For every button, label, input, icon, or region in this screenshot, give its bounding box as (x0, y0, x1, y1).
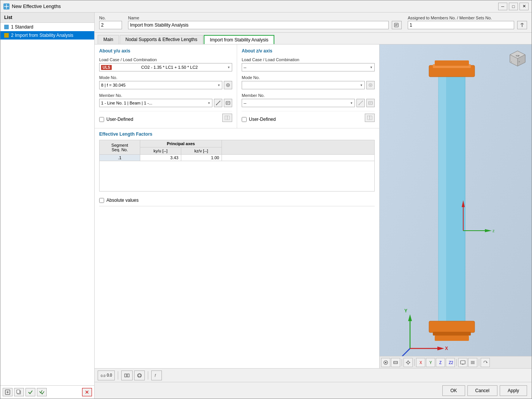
name-edit-button[interactable] (392, 21, 402, 29)
y-axis-title: About y/u axis (99, 48, 232, 54)
tab-main[interactable]: Main (98, 35, 119, 44)
view-axis-y-button[interactable]: Y (426, 358, 435, 367)
svg-rect-19 (226, 101, 230, 104)
new-item-button[interactable] (3, 388, 13, 396)
cube-nav-svg: TOP R L (508, 49, 527, 68)
list-item[interactable]: 1 Standard (0, 23, 94, 31)
right-content: No. Name Assigned to Members No. / Membe… (95, 13, 532, 399)
y-member-pick-button[interactable] (214, 99, 222, 107)
uls-badge: ULS (101, 65, 112, 70)
svg-text:Z: Z (439, 361, 442, 365)
y-axis-section: About y/u axis Load Case / Load Combinat… (95, 44, 237, 128)
maximize-button[interactable]: □ (509, 3, 518, 10)
coordinates-button[interactable]: 0.0 0.0 (98, 370, 115, 380)
svg-line-48 (391, 348, 410, 356)
z-user-defined-checkbox[interactable] (242, 117, 247, 122)
elf-col-kzv: kz/v [--] (181, 147, 222, 155)
cube-navigator[interactable]: TOP R L (508, 49, 527, 68)
svg-marker-43 (408, 314, 412, 321)
z-mode-select-button[interactable] (366, 81, 375, 89)
y-member-value: 1 - Line No. 1 | Beam | 1 -... (101, 101, 152, 105)
z-mode-dropdown[interactable]: ▼ (242, 81, 365, 89)
check2-button[interactable] (37, 388, 47, 396)
svg-text:Y: Y (404, 308, 407, 314)
view-reset-button[interactable] (481, 358, 490, 367)
svg-point-64 (385, 362, 386, 363)
assigned-edit-button[interactable] (517, 21, 527, 29)
y-member-details-button[interactable] (224, 99, 232, 107)
view-options-button[interactable] (468, 358, 477, 367)
view-settings-button[interactable] (404, 358, 413, 367)
y-mode-select-button[interactable] (224, 81, 232, 89)
assigned-input[interactable] (408, 21, 514, 29)
svg-text:X: X (445, 346, 448, 351)
svg-point-25 (370, 85, 371, 86)
y-member-label: Member No. (99, 93, 232, 98)
render-mode-button[interactable] (134, 370, 145, 380)
abs-values-label: Absolute values (106, 198, 139, 203)
assigned-label: Assigned to Members No. / Member Sets No… (408, 16, 527, 20)
formula-button[interactable]: f (151, 370, 162, 380)
svg-text:z: z (492, 228, 495, 233)
list-header: List (0, 13, 94, 23)
z-member-pick-button[interactable] (356, 99, 365, 107)
view-axis-z-button[interactable]: Z (436, 358, 445, 367)
elf-section: Effective Length Factors SegmentSeq. No.… (95, 128, 379, 195)
y-member-dropdown[interactable]: 1 - Line No. 1 | Beam | 1 -... ▼ (99, 99, 212, 107)
view-axis-x-button[interactable]: X (416, 358, 425, 367)
y-user-defined-checkbox[interactable] (99, 117, 104, 122)
delete-button[interactable]: ✕ (82, 388, 92, 396)
abs-values-checkbox[interactable] (99, 198, 104, 203)
elf-title: Effective Length Factors (99, 131, 375, 137)
view-render2-button[interactable] (391, 358, 400, 367)
y-user-defined-btn[interactable] (222, 114, 232, 122)
name-input[interactable] (128, 21, 389, 29)
check-button[interactable] (25, 388, 35, 396)
tab-nodal[interactable]: Nodal Supports & Effective Lengths (120, 35, 203, 44)
z-member-label: Member No. (242, 93, 375, 98)
ok-button[interactable]: OK (442, 385, 465, 396)
main-panel: About y/u axis Load Case / Load Combinat… (95, 44, 380, 368)
svg-rect-7 (17, 390, 20, 393)
z-member-dropdown[interactable]: -- ▼ (242, 99, 355, 107)
no-input[interactable] (99, 21, 122, 29)
z-user-defined-label: User-Defined (249, 117, 276, 122)
title-bar: New Effective Lengths ─ □ ✕ (0, 0, 532, 13)
elf-seq-1: .1 (100, 155, 140, 161)
svg-rect-28 (369, 101, 372, 104)
svg-point-18 (220, 101, 220, 101)
y-mode-label: Mode No. (99, 75, 232, 80)
y-lc-row: ULS CO2 - 1.35 * LC1 + 1.50 * LC2 ▼ (99, 63, 232, 71)
copy-item-button[interactable] (14, 388, 24, 396)
z-member-details-button[interactable] (366, 99, 375, 107)
close-button[interactable]: ✕ (519, 3, 529, 10)
view-render-button[interactable] (381, 358, 390, 367)
y-mode-dropdown[interactable]: 8 | f = 30.045 ▼ (99, 81, 222, 89)
no-group: No. (99, 16, 122, 29)
y-user-defined-check-row: User-Defined (99, 117, 133, 122)
apply-button[interactable]: Apply (500, 385, 527, 396)
cancel-button[interactable]: Cancel (467, 385, 497, 396)
svg-rect-32 (370, 116, 372, 120)
assigned-group: Assigned to Members No. / Member Sets No… (408, 16, 527, 29)
svg-rect-39 (429, 321, 475, 332)
view-display-button[interactable] (458, 358, 467, 367)
svg-line-17 (216, 101, 220, 105)
list-item-icon-1 (4, 25, 9, 29)
z-lc-value: -- (244, 65, 246, 70)
coordinates-icon: 0.0 (100, 373, 106, 378)
dialog-buttons: OK Cancel Apply (95, 382, 532, 399)
tab-import[interactable]: Import from Stability Analysis (204, 35, 274, 44)
svg-rect-40 (433, 332, 471, 336)
view-separator-3 (456, 359, 457, 366)
y-mode-row: 8 | f = 30.045 ▼ (99, 81, 232, 89)
z-lc-dropdown[interactable]: -- ▼ (242, 63, 375, 71)
list-item-selected[interactable]: 2 Import from Stability Analysis (0, 31, 94, 40)
view-axis-z2-button[interactable]: Z2 (446, 358, 455, 367)
z-user-defined-btn[interactable] (365, 114, 375, 122)
svg-text:f: f (155, 374, 156, 378)
y-lc-dropdown[interactable]: ULS CO2 - 1.35 * LC1 + 1.50 * LC2 ▼ (99, 63, 232, 71)
app-icon (3, 3, 10, 10)
snap-button[interactable] (121, 370, 133, 380)
minimize-button[interactable]: ─ (498, 3, 507, 10)
